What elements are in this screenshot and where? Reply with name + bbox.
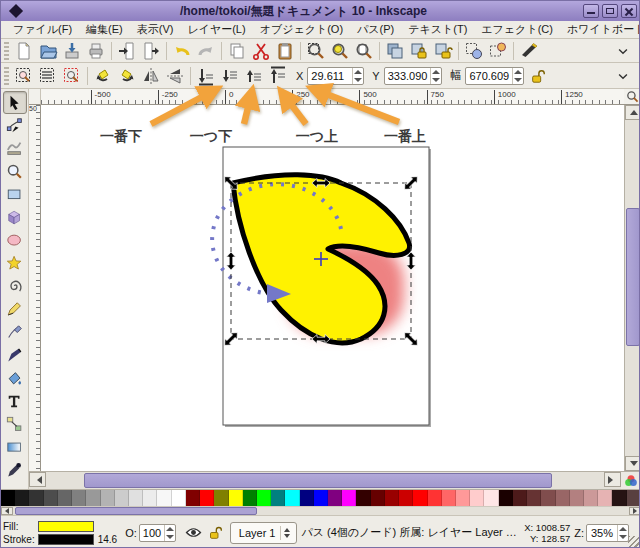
layer-selector-spinner[interactable] xyxy=(280,526,293,540)
lower-to-bottom-button[interactable] xyxy=(194,65,218,87)
zoom-page-button[interactable] xyxy=(352,40,376,62)
zoom-field[interactable]: 35% xyxy=(586,524,629,542)
horizontal-scrollbar-thumb[interactable] xyxy=(84,473,552,488)
maximize-button[interactable] xyxy=(602,4,618,18)
palette-swatch[interactable] xyxy=(101,490,115,506)
zoom-selection-button[interactable] xyxy=(304,40,328,62)
palette-swatch[interactable] xyxy=(385,490,399,506)
minimize-button[interactable] xyxy=(583,4,599,18)
palette-swatch[interactable] xyxy=(527,490,541,506)
palette-swatch[interactable] xyxy=(129,490,143,506)
palette-swatch[interactable] xyxy=(86,490,100,506)
width-field[interactable]: 670.609 xyxy=(465,67,524,85)
window-resize-grip[interactable] xyxy=(628,536,640,548)
palette-swatch[interactable] xyxy=(271,490,285,506)
toolbar-overflow-button[interactable] xyxy=(611,65,635,87)
scroll-left-button[interactable] xyxy=(29,472,46,487)
align-dialog-button[interactable] xyxy=(486,40,510,62)
fill-stroke-indicator[interactable]: Fill: Stroke: 14.6 xyxy=(3,521,117,545)
palette-swatch[interactable] xyxy=(243,490,257,506)
palette-swatch[interactable] xyxy=(541,490,555,506)
palette-swatch[interactable] xyxy=(257,490,271,506)
palette-swatch[interactable] xyxy=(214,490,228,506)
palette-swatch[interactable] xyxy=(484,490,498,506)
lock-ratio-button[interactable] xyxy=(526,65,550,87)
create-clone-button[interactable] xyxy=(407,40,431,62)
opacity-spinner[interactable] xyxy=(164,525,175,541)
palette-swatch[interactable] xyxy=(285,490,299,506)
palette-swatch[interactable] xyxy=(300,490,314,506)
import-button[interactable] xyxy=(115,40,139,62)
scroll-up-button[interactable] xyxy=(625,105,640,120)
toolbar-overflow-button[interactable] xyxy=(611,40,635,62)
duplicate-button[interactable] xyxy=(383,40,407,62)
tool-zoom[interactable] xyxy=(3,160,27,183)
xml-editor-button[interactable] xyxy=(517,40,541,62)
flip-vertical-button[interactable] xyxy=(163,65,187,87)
raise-one-step-button[interactable] xyxy=(242,65,266,87)
canvas-zoom-button[interactable] xyxy=(624,89,640,105)
palette-swatch[interactable] xyxy=(456,490,470,506)
tool-node-editor[interactable] xyxy=(3,114,27,137)
palette-swatch[interactable] xyxy=(44,490,58,506)
palette-swatch[interactable] xyxy=(513,490,527,506)
menu-item-4[interactable]: オブジェクト(O) xyxy=(254,21,349,38)
palette-swatch[interactable] xyxy=(200,490,214,506)
palette-swatch[interactable] xyxy=(157,490,171,506)
x-field-spinner[interactable] xyxy=(352,68,363,84)
menu-item-6[interactable]: テキスト(T) xyxy=(402,21,473,38)
zoom-spinner[interactable] xyxy=(617,525,628,541)
unlink-clone-button[interactable] xyxy=(431,40,455,62)
flip-horizontal-button[interactable] xyxy=(139,65,163,87)
palette-swatch[interactable] xyxy=(115,490,129,506)
tool-pencil[interactable] xyxy=(3,298,27,321)
palette-swatch[interactable] xyxy=(499,490,513,506)
palette-swatch[interactable] xyxy=(72,490,86,506)
tool-pen[interactable] xyxy=(3,321,27,344)
palette-swatch[interactable] xyxy=(612,490,626,506)
horizontal-ruler[interactable]: -500-250025050075010001250 xyxy=(41,89,624,105)
titlebar[interactable]: /home/tokoi/無題ドキュメント 10 - Inkscape xyxy=(1,1,640,21)
palette-swatch[interactable] xyxy=(584,490,598,506)
horizontal-scrollbar[interactable] xyxy=(29,471,621,489)
fill-color-swatch[interactable] xyxy=(38,521,94,532)
palette-swatch[interactable] xyxy=(627,490,640,506)
tool-calligraphy[interactable] xyxy=(3,344,27,367)
tool-box3d[interactable] xyxy=(3,206,27,229)
palette-swatch[interactable] xyxy=(470,490,484,506)
zoom-drawing-button[interactable] xyxy=(328,40,352,62)
layer-visibility-toggle[interactable] xyxy=(185,525,202,540)
width-field-spinner[interactable] xyxy=(512,68,523,84)
tool-star[interactable] xyxy=(3,252,27,275)
close-button[interactable] xyxy=(621,4,637,18)
tool-tweak[interactable] xyxy=(3,137,27,160)
vertical-scrollbar[interactable] xyxy=(624,105,640,471)
palette-swatch[interactable] xyxy=(371,490,385,506)
tool-text[interactable] xyxy=(3,390,27,413)
lower-one-step-button[interactable] xyxy=(218,65,242,87)
paste-button[interactable] xyxy=(273,40,297,62)
tool-spiral[interactable] xyxy=(3,275,27,298)
vertical-scrollbar-thumb[interactable] xyxy=(626,208,640,346)
export-button[interactable] xyxy=(139,40,163,62)
palette-swatch[interactable] xyxy=(143,490,157,506)
palette-swatch[interactable] xyxy=(598,490,612,506)
menu-item-1[interactable]: 編集(E) xyxy=(80,21,129,38)
color-wheel-button[interactable] xyxy=(621,471,640,489)
fill-stroke-dialog-button[interactable] xyxy=(462,40,486,62)
deselect-button[interactable] xyxy=(60,65,84,87)
palette-swatch[interactable] xyxy=(229,490,243,506)
y-field[interactable]: 333.090 xyxy=(384,67,443,85)
tool-selector[interactable] xyxy=(3,91,27,114)
menu-item-8[interactable]: ホワイトボード(B) xyxy=(561,21,640,38)
x-field[interactable]: 29.611 xyxy=(307,67,364,85)
palette-scroll-right-button[interactable] xyxy=(629,507,640,515)
stroke-color-swatch[interactable] xyxy=(38,534,94,545)
print-button[interactable] xyxy=(84,40,108,62)
save-document-button[interactable] xyxy=(60,40,84,62)
raise-to-top-button[interactable] xyxy=(266,65,290,87)
tool-dropper[interactable] xyxy=(3,459,27,482)
menu-item-5[interactable]: パス(P) xyxy=(351,21,400,38)
open-document-button[interactable] xyxy=(36,40,60,62)
tool-ellipse[interactable] xyxy=(3,229,27,252)
